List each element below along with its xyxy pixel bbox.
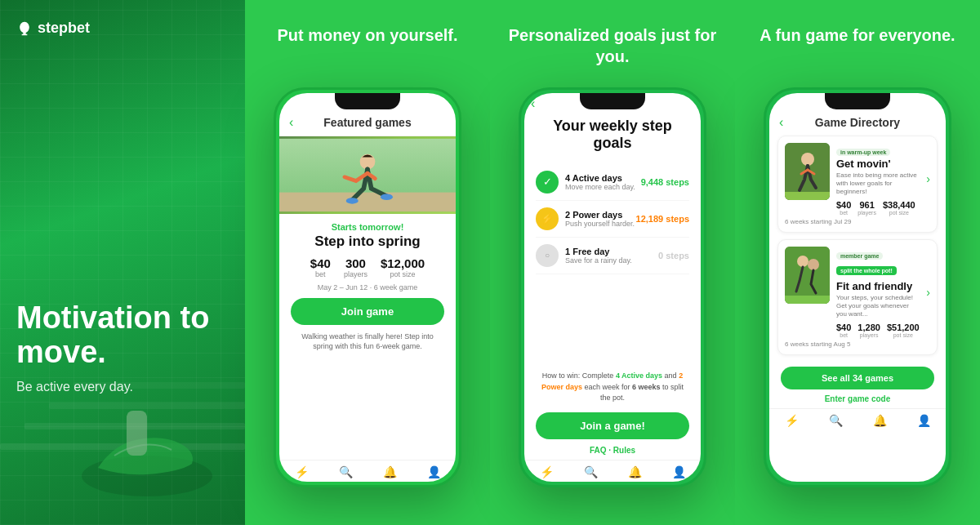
logo-icon: [16, 20, 33, 37]
nav-profile-3[interactable]: 👤: [672, 465, 686, 478]
game-2-chevron[interactable]: ›: [926, 286, 930, 299]
join-game-button-3[interactable]: Join a game!: [536, 412, 689, 439]
enter-code-link[interactable]: Enter game code: [781, 394, 934, 403]
nav-profile-2[interactable]: 👤: [427, 465, 441, 478]
goal-name-free: 1 Free day: [565, 247, 658, 256]
g2-bet-label: bet: [836, 332, 851, 338]
panel2-top-text: Put money on yourself.: [245, 24, 490, 46]
phone-frame-3: ‹ Your weekly step goals ✓ 4 Active days…: [519, 87, 706, 487]
win-active-days: 4 Active days: [616, 372, 662, 380]
goal-name-power: 2 Power days: [565, 210, 636, 220]
nav-lightning-3[interactable]: ⚡: [540, 465, 554, 478]
hero-subline: Be active every day.: [16, 380, 229, 394]
split-pot-badge: split the whole pot!: [836, 266, 897, 275]
panel3-top-text: Personalized goals just for you.: [490, 24, 735, 67]
panel4-top-text: A fun game for everyone.: [735, 24, 980, 46]
stat-players-label: players: [344, 270, 368, 278]
game-card-2-image: [785, 247, 830, 304]
goal-sub-active: Move more each day.: [565, 183, 641, 191]
phone-notch-2: [335, 93, 400, 109]
game-card-1[interactable]: in warm-up week Get movin' Ease into bei…: [777, 136, 938, 233]
game-card-1-image: [785, 143, 830, 200]
goal-steps-active: 9,448 steps: [641, 177, 689, 187]
step-goals-header: ‹ Your weekly step goals: [524, 109, 701, 159]
svg-rect-3: [49, 403, 245, 409]
bottom-nav-3: ⚡ 🔍 🔔 👤: [524, 460, 701, 482]
bottom-nav-2: ⚡ 🔍 🔔 👤: [279, 460, 456, 482]
phone-notch-3: [580, 93, 645, 109]
g2-stat-pot: $51,200 pot size: [887, 323, 920, 338]
phone-screen-4: ‹ Game Directory: [769, 93, 946, 482]
see-all-button[interactable]: See all 34 games: [781, 367, 934, 389]
g2-pot-val: $51,200: [887, 323, 920, 332]
game-2-date: 6 weeks starting Aug 5: [785, 340, 930, 348]
g1-stat-bet: $40 bet: [836, 200, 851, 216]
nav-search-3[interactable]: 🔍: [584, 465, 598, 478]
featured-games-title: Featured games: [323, 116, 411, 129]
goal-power-days: ⚡ 2 Power days Push yourself harder. 12,…: [536, 201, 689, 238]
faq-link[interactable]: FAQ · Rules: [536, 446, 689, 455]
game-1-badge: in warm-up week: [836, 149, 890, 156]
g2-players-label: players: [858, 332, 880, 338]
goal-name-active: 4 Active days: [565, 173, 641, 183]
goals-list: ✓ 4 Active days Move more each day. 9,44…: [524, 159, 701, 363]
nav-bell-3[interactable]: 🔔: [628, 465, 642, 478]
game-directory-title: Game Directory: [815, 116, 900, 129]
phone-frame-2: ‹ Featured games: [274, 87, 461, 487]
phone-frame-4: ‹ Game Directory: [764, 87, 951, 487]
g2-stat-players: 1,280 players: [858, 323, 880, 338]
nav-search-4[interactable]: 🔍: [829, 414, 843, 427]
g1-stat-players: 961 players: [858, 200, 876, 216]
svg-rect-15: [785, 247, 830, 304]
brand-logo: stepbet: [16, 20, 90, 37]
game-2-stats: $40 bet 1,280 players $51,200 pot size: [836, 323, 920, 338]
game-hero-image: [279, 136, 456, 214]
nav-lightning-4[interactable]: ⚡: [785, 414, 799, 427]
g1-players-label: players: [858, 210, 876, 216]
svg-point-16: [797, 256, 808, 267]
stat-pot-label: pot size: [381, 270, 425, 278]
nav-lightning-2[interactable]: ⚡: [295, 465, 309, 478]
game-card-2-body: member game split the whole pot! Fit and…: [836, 247, 920, 338]
g2-bet-val: $40: [836, 323, 851, 332]
stat-players-value: 300: [344, 256, 368, 270]
game-1-date: 6 weeks starting Jul 29: [785, 218, 930, 225]
goal-info-power: 2 Power days Push yourself harder.: [565, 210, 636, 228]
nav-bell-2[interactable]: 🔔: [383, 465, 397, 478]
game-directory-panel: A fun game for everyone. ‹ Game Director…: [735, 0, 980, 525]
g1-stat-pot: $38,440 pot size: [883, 200, 915, 216]
g1-bet-val: $40: [836, 200, 851, 210]
game-card-2-inner: member game split the whole pot! Fit and…: [785, 247, 930, 338]
join-game-button[interactable]: Join game: [291, 298, 444, 325]
nav-search-2[interactable]: 🔍: [339, 465, 353, 478]
game-1-desc: Ease into being more active with lower g…: [836, 171, 920, 197]
game-card-2[interactable]: member game split the whole pot! Fit and…: [777, 239, 938, 355]
svg-rect-6: [127, 411, 147, 456]
svg-rect-14: [785, 192, 830, 200]
stat-bet-label: bet: [310, 270, 331, 278]
svg-point-10: [346, 198, 359, 204]
nav-profile-4[interactable]: 👤: [917, 414, 931, 427]
g1-players-val: 961: [858, 200, 876, 210]
phone-screen-3: ‹ Your weekly step goals ✓ 4 Active days…: [524, 93, 701, 482]
nav-bell-4[interactable]: 🔔: [873, 414, 887, 427]
goal-info-free: 1 Free day Save for a rainy day.: [565, 247, 658, 265]
g2-pot-label: pot size: [887, 332, 920, 338]
phone-screen-2: ‹ Featured games: [279, 93, 456, 482]
g1-bet-label: bet: [836, 210, 851, 216]
step-goals-title: Your weekly step goals: [534, 118, 691, 153]
back-button-4[interactable]: ‹: [779, 115, 783, 130]
back-button-3[interactable]: ‹: [531, 96, 535, 111]
bottom-nav-4: ⚡ 🔍 🔔 👤: [769, 408, 946, 430]
svg-point-17: [808, 259, 819, 270]
hero-text-block: Motivation to move. Be active every day.: [16, 301, 229, 394]
game-1-chevron[interactable]: ›: [926, 172, 930, 185]
hero-headline: Motivation to move.: [16, 301, 229, 370]
directory-actions: See all 34 games Enter game code: [769, 362, 946, 408]
hero-panel: stepbet Motivation to move. Be active ev…: [0, 0, 245, 525]
game-description: Walking weather is finally here! Step in…: [291, 331, 444, 352]
win-power-days: 2 Power days: [541, 372, 683, 391]
game-2-badge: member game: [836, 252, 883, 260]
back-button-2[interactable]: ‹: [289, 115, 293, 130]
featured-games-header: ‹ Featured games: [279, 109, 456, 136]
